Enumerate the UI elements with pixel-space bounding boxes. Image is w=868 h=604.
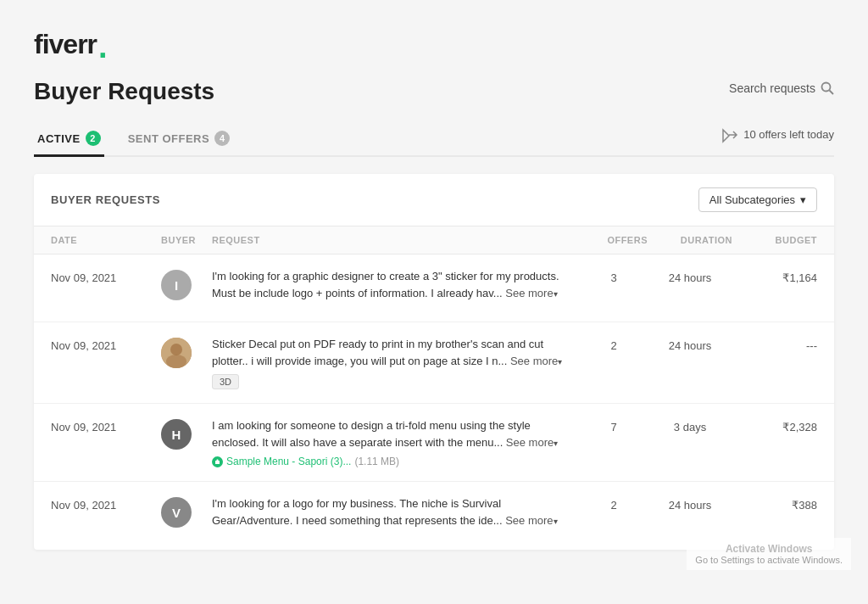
request-text-4: I'm looking for a logo for my business. … xyxy=(212,497,505,527)
page-title: Buyer Requests xyxy=(34,78,214,105)
cell-duration-3: 3 days xyxy=(648,417,732,433)
cell-duration-1: 24 hours xyxy=(648,268,732,284)
fiverr-logo: fiverr. xyxy=(34,25,834,63)
cell-buyer-4: V xyxy=(161,495,212,528)
page-wrapper: fiverr. Buyer Requests Search requests A… xyxy=(0,0,868,604)
svg-rect-7 xyxy=(217,459,219,461)
chevron-down-icon: ▾ xyxy=(800,193,806,206)
tabs-row: ACTIVE 2 SENT OFFERS 4 10 offers left to… xyxy=(34,122,834,157)
cell-request-2: Sticker Decal put on PDF ready to print … xyxy=(212,336,580,389)
logo-dot: . xyxy=(98,31,107,63)
search-box[interactable]: Search requests xyxy=(729,78,834,98)
attachment-name: Sample Menu - Sapori (3)... xyxy=(226,456,351,467)
cell-offers-4: 2 xyxy=(580,495,648,512)
page-header: Buyer Requests Search requests xyxy=(34,78,834,105)
cell-date-1: Nov 09, 2021 xyxy=(51,268,161,284)
see-more-1[interactable]: See more▾ xyxy=(505,287,557,299)
col-buyer: BUYER xyxy=(161,235,212,245)
avatar-2 xyxy=(161,338,192,368)
table-section-title: BUYER REQUESTS xyxy=(51,193,160,206)
avatar-3: H xyxy=(161,419,192,450)
search-icon xyxy=(821,81,834,95)
send-offer-icon xyxy=(721,126,738,143)
offers-left: 10 offers left today xyxy=(721,126,834,152)
cell-budget-1: ₹1,164 xyxy=(732,268,817,284)
cell-buyer-3: H xyxy=(161,417,212,450)
see-more-4[interactable]: See more▾ xyxy=(505,514,557,527)
cell-offers-1: 3 xyxy=(580,268,648,284)
cell-duration-4: 24 hours xyxy=(648,495,732,512)
table-header-row: BUYER REQUESTS All Subcategories ▾ xyxy=(34,174,834,226)
tab-active-label: ACTIVE xyxy=(37,132,81,145)
svg-point-0 xyxy=(822,83,831,92)
tag-3d: 3D xyxy=(212,374,239,389)
offers-left-text: 10 offers left today xyxy=(743,128,834,141)
col-budget: BUDGET xyxy=(732,235,817,245)
tabs: ACTIVE 2 SENT OFFERS 4 xyxy=(34,122,253,155)
cell-budget-4: ₹388 xyxy=(732,495,817,512)
avatar-1: I xyxy=(161,270,192,300)
svg-point-4 xyxy=(166,355,186,368)
subcategory-label: All Subcategories xyxy=(709,193,795,206)
table-row: Nov 09, 2021 V I'm looking for a logo fo… xyxy=(34,482,834,550)
cell-date-3: Nov 09, 2021 xyxy=(51,417,161,433)
cell-offers-3: 7 xyxy=(580,417,648,433)
table-row: Nov 09, 2021 I I'm looking for a graphic… xyxy=(34,254,834,322)
tab-active-badge: 2 xyxy=(86,131,101,146)
cell-date-2: Nov 09, 2021 xyxy=(51,336,161,352)
col-offers: OFFERS xyxy=(580,235,648,245)
attachment-size: (1.11 MB) xyxy=(354,456,399,467)
cell-budget-3: ₹2,328 xyxy=(732,417,817,433)
cell-request-4: I'm looking for a logo for my business. … xyxy=(212,495,580,528)
attachment-3[interactable]: Sample Menu - Sapori (3)... (1.11 MB) xyxy=(212,456,566,467)
svg-point-3 xyxy=(170,344,182,355)
request-text-2: Sticker Decal put on PDF ready to print … xyxy=(212,338,543,367)
cell-request-1: I'm looking for a graphic designer to cr… xyxy=(212,268,580,301)
tab-active[interactable]: ACTIVE 2 xyxy=(34,122,104,157)
request-text-3: I am looking for someone to design a tri… xyxy=(212,419,531,449)
logo-text: fiverr xyxy=(34,29,97,60)
table-row: Nov 09, 2021 Sticker Decal put on PDF re… xyxy=(34,322,834,404)
tab-sent-offers-label: SENT OFFERS xyxy=(128,132,210,145)
see-more-3[interactable]: See more▾ xyxy=(506,436,558,449)
cell-offers-2: 2 xyxy=(580,336,648,352)
col-duration: DURATION xyxy=(648,235,732,245)
tab-sent-offers-badge: 4 xyxy=(214,131,230,146)
cell-budget-2: --- xyxy=(732,336,817,352)
table-container: BUYER REQUESTS All Subcategories ▾ DATE … xyxy=(34,174,834,550)
table-row: Nov 09, 2021 H I am looking for someone … xyxy=(34,404,834,482)
column-headers: DATE BUYER REQUEST OFFERS DURATION BUDGE… xyxy=(34,226,834,254)
tab-sent-offers[interactable]: SENT OFFERS 4 xyxy=(125,122,234,157)
attachment-icon xyxy=(212,456,223,467)
see-more-2[interactable]: See more▾ xyxy=(510,355,562,367)
col-date: DATE xyxy=(51,235,161,245)
cell-duration-2: 24 hours xyxy=(648,336,732,352)
avatar-4: V xyxy=(161,497,192,528)
subcategory-dropdown[interactable]: All Subcategories ▾ xyxy=(698,187,817,212)
cell-request-3: I am looking for someone to design a tri… xyxy=(212,417,580,467)
svg-line-1 xyxy=(830,91,834,95)
cell-date-4: Nov 09, 2021 xyxy=(51,495,161,512)
cell-buyer-2 xyxy=(161,336,212,368)
col-request: REQUEST xyxy=(212,235,580,245)
cell-buyer-1: I xyxy=(161,268,212,300)
search-label: Search requests xyxy=(729,81,815,95)
